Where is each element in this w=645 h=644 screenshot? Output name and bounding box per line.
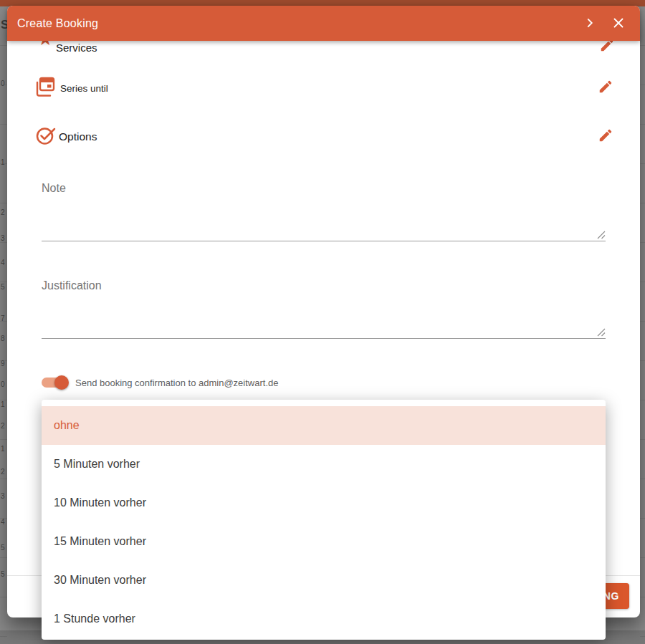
backdrop-text-fragment: 2	[1, 468, 5, 476]
reminder-dropdown-menu: ohne 5 Minuten vorher 10 Minuten vorher …	[42, 400, 606, 640]
backdrop-text-fragment: 1	[1, 446, 5, 453]
dropdown-option[interactable]: 1 Stunde vorher	[42, 600, 606, 638]
edit-series-until-icon[interactable]	[598, 79, 613, 95]
backdrop-text-fragment: 5	[1, 284, 5, 291]
backdrop-text-fragment: 4	[1, 519, 5, 526]
chevron-right-icon[interactable]	[580, 14, 599, 32]
backdrop-text-fragment: 5	[1, 544, 5, 552]
dialog-title: Create Booking	[7, 17, 98, 30]
section-label-options: Options	[59, 130, 97, 143]
calendar-series-icon	[34, 76, 56, 99]
resize-handle-icon[interactable]	[597, 231, 606, 239]
backdrop-text-fragment: 8	[1, 335, 5, 342]
section-label-services: Services	[56, 42, 97, 54]
backdrop-text-fragment: 0	[1, 80, 5, 87]
backdrop-text-fragment: 9	[1, 360, 5, 367]
backdrop-text-fragment: 2	[1, 209, 5, 216]
justification-textarea[interactable]	[42, 296, 606, 339]
edit-options-icon[interactable]	[598, 128, 613, 143]
backdrop-text-fragment: 4	[1, 259, 5, 266]
dropdown-option[interactable]: ohne	[42, 406, 606, 445]
backdrop-text-fragment: 1	[1, 159, 5, 166]
check-circle-icon	[35, 125, 57, 146]
backdrop-text-fragment: 5	[1, 571, 5, 578]
justification-label: Justification	[42, 279, 102, 292]
backdrop-text-fragment: 3	[1, 493, 5, 500]
backdrop-text-fragment: 1	[1, 401, 5, 408]
send-confirmation-label: Send booking confirmation to admin@zeitw…	[75, 378, 278, 388]
backdrop-right-strip	[640, 6, 645, 644]
backdrop-text-fragment: 0	[1, 381, 5, 388]
dropdown-option[interactable]: 15 Minuten vorher	[42, 522, 606, 561]
dropdown-option[interactable]: 10 Minuten vorher	[42, 484, 606, 522]
note-textarea[interactable]	[42, 198, 606, 241]
toggle-thumb	[54, 375, 69, 390]
resize-handle-icon[interactable]	[597, 328, 606, 337]
send-confirmation-toggle[interactable]	[42, 375, 70, 390]
dropdown-option[interactable]: 5 Minuten vorher	[42, 445, 606, 484]
dropdown-option[interactable]: 30 Minuten vorher	[42, 561, 606, 600]
backdrop-text-fragment: 3	[1, 235, 5, 242]
backdrop-text-fragment: 7	[1, 315, 5, 322]
screen: S012345789012123455 ★ Services Create Bo…	[0, 0, 645, 644]
close-icon[interactable]	[609, 14, 628, 32]
section-label-series-until: Series until	[60, 83, 108, 94]
dialog-header: Create Booking	[7, 6, 640, 41]
note-label: Note	[42, 182, 66, 195]
backdrop-left-strip: S012345789012123455	[0, 6, 7, 644]
backdrop-text-fragment: 2	[1, 423, 5, 430]
